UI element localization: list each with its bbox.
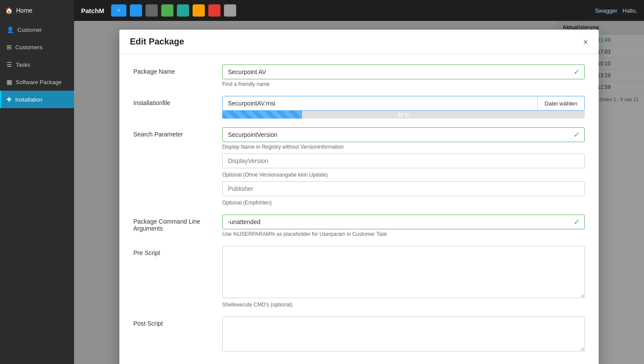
pre-script-label: Pre Script [133, 246, 212, 256]
post-script-label: Post Script [133, 316, 212, 327]
installation-file-row: Installationfile Datei wählen 22 % [133, 96, 585, 119]
display-version-input[interactable] [222, 153, 585, 168]
topbar: PatchM + Swagger Hallo, [74, 0, 644, 21]
pre-script-hint: Shellexecute CMD's (optional) [222, 302, 585, 308]
package-command-label: Package Command Line Arguments [133, 214, 212, 232]
sidebar-item-installation[interactable]: ✚ Installation [0, 91, 74, 108]
sidebar-item-customers-label: Customers [15, 44, 43, 51]
topbar-btn-3[interactable] [146, 4, 158, 17]
list-icon: ☰ [7, 61, 12, 68]
publisher-hint: Optional (Empfohlen) [222, 200, 585, 206]
sidebar-item-installation-label: Installation [15, 96, 42, 103]
modal-overlay: Edit Package × Package Name ✓ Find a fri… [74, 21, 644, 364]
sidebar-home-label: Home [16, 7, 32, 14]
package-name-hint: Find a friendly name [222, 81, 585, 87]
modal: Edit Package × Package Name ✓ Find a fri… [119, 30, 599, 364]
pre-script-textarea[interactable] [222, 246, 585, 298]
plus-icon: ✚ [7, 96, 12, 103]
modal-body: Package Name ✓ Find a friendly name Inst… [119, 54, 599, 364]
package-name-valid-icon: ✓ [569, 67, 584, 77]
search-parameter-input-row: ✓ [222, 127, 585, 142]
package-name-input[interactable] [223, 65, 569, 79]
topbar-right: Swagger Hallo, [595, 7, 637, 14]
post-script-control [222, 316, 585, 353]
pre-script-control: Shellexecute CMD's (optional) [222, 246, 585, 308]
sidebar-item-software-package[interactable]: ▦ Software Package [0, 73, 74, 91]
package-name-control: ✓ Find a friendly name [222, 65, 585, 87]
topbar-hallo: Hallo, [623, 7, 637, 14]
package-name-input-row: ✓ [222, 65, 585, 79]
modal-header: Edit Package × [119, 30, 599, 54]
search-parameter-row: Search Parameter ✓ Display Name in Regis… [133, 127, 585, 206]
topbar-btn-6[interactable] [193, 4, 205, 17]
topbar-logo: PatchM [81, 7, 104, 14]
package-name-label: Package Name [133, 65, 212, 75]
package-command-input[interactable] [223, 215, 569, 229]
topbar-btn-5[interactable] [177, 4, 189, 17]
package-command-input-row: ✓ [222, 214, 585, 229]
installation-file-control: Datei wählen 22 % [222, 96, 585, 119]
grid-icon: ⊞ [7, 44, 12, 51]
sidebar-item-customer-label: Customer [17, 27, 42, 33]
search-parameter-valid-icon: ✓ [569, 130, 584, 139]
topbar-btn-7[interactable] [208, 4, 220, 17]
installation-file-input[interactable] [223, 96, 537, 110]
sidebar-item-customer[interactable]: 👤 Customer [0, 21, 74, 38]
package-icon: ▦ [7, 78, 12, 85]
topbar-btn-4[interactable] [161, 4, 173, 17]
sidebar-item-tasks[interactable]: ☰ Tasks [0, 56, 74, 73]
modal-close-button[interactable]: × [583, 37, 588, 46]
sidebar-home[interactable]: 🏠 Home [0, 0, 74, 21]
user-icon: 👤 [7, 26, 14, 33]
package-command-row: Package Command Line Arguments ✓ Use %US… [133, 214, 585, 237]
package-command-hint: Use %USERPARAM% as placeholder for Userp… [222, 231, 585, 237]
search-parameter-input[interactable] [223, 128, 569, 142]
progress-text: 22 % [398, 112, 409, 117]
sidebar-item-tasks-label: Tasks [16, 61, 30, 68]
package-name-row: Package Name ✓ Find a friendly name [133, 65, 585, 87]
sidebar-item-customers[interactable]: ⊞ Customers [0, 38, 74, 56]
search-parameter-label: Search Parameter [133, 127, 212, 138]
swagger-link[interactable]: Swagger [595, 7, 617, 14]
main-area: Aktualisierung 07.12.2021 13:31:49 07.12… [74, 21, 644, 364]
publisher-input[interactable] [222, 181, 585, 196]
pre-script-row: Pre Script Shellexecute CMD's (optional) [133, 246, 585, 308]
search-parameter-control: ✓ Display Name in Registry without Versi… [222, 127, 585, 206]
topbar-btn-1[interactable]: + [111, 4, 126, 17]
post-script-row: Post Script [133, 316, 585, 353]
home-icon: 🏠 [5, 7, 13, 14]
modal-title: Edit Package [130, 37, 184, 47]
sidebar: 🏠 Home 👤 Customer ⊞ Customers ☰ Tasks ▦ … [0, 0, 74, 364]
sidebar-item-software-label: Software Package [16, 79, 62, 85]
file-choose-button[interactable]: Datei wählen [537, 96, 584, 110]
topbar-btn-2[interactable] [130, 4, 142, 17]
post-script-textarea[interactable] [222, 316, 585, 351]
topbar-btn-8[interactable] [224, 4, 236, 17]
file-input-row: Datei wählen [222, 96, 585, 111]
progress-bar [222, 111, 302, 119]
search-parameter-hint: Display Name in Registry without Version… [222, 144, 585, 150]
installation-file-label: Installationfile [133, 96, 212, 106]
display-version-hint: Optional (Ohne Versionsangabe kein Updat… [222, 172, 585, 178]
progress-wrap: 22 % [222, 111, 585, 119]
package-command-control: ✓ Use %USERPARAM% as placeholder for Use… [222, 214, 585, 237]
package-command-valid-icon: ✓ [569, 217, 584, 227]
